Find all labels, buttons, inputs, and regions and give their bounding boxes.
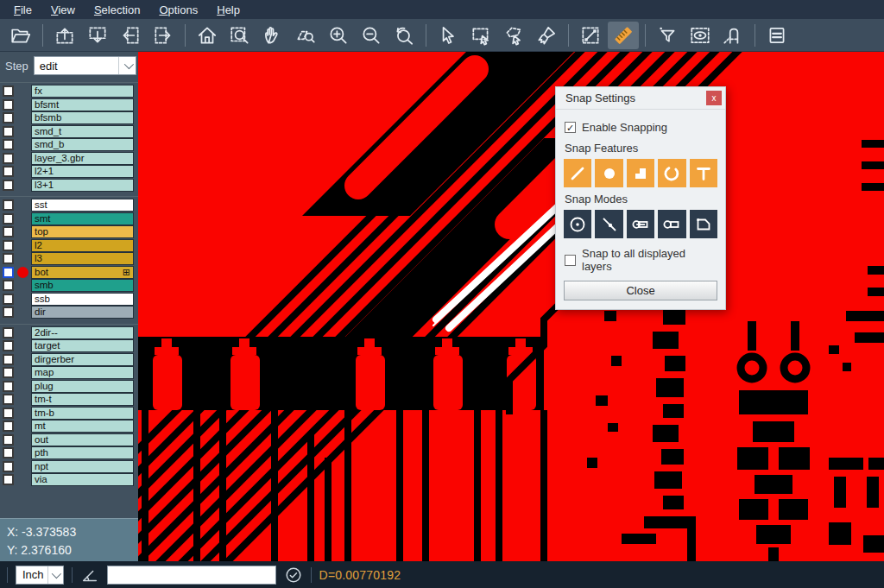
layer-row[interactable]: layer_3.gbr [0,152,138,166]
enable-snapping-checkbox[interactable]: ✓ [565,122,576,133]
snap-feature-line-icon[interactable] [564,159,591,187]
layer-visibility-checkbox[interactable] [3,240,14,251]
layer-visibility-checkbox[interactable] [3,307,14,318]
layer-name-field[interactable]: map [31,366,134,379]
layer-row[interactable]: bfsmb [0,111,138,125]
layer-name-field[interactable]: l3 [31,252,134,265]
layer-name-field[interactable]: tm-t [31,393,134,406]
layer-row[interactable]: smt [0,212,138,226]
layer-row[interactable]: plug [0,380,138,394]
highlight-brush-icon[interactable] [531,22,562,49]
layer-name-field[interactable]: smd_t [31,125,134,138]
layer-row[interactable]: out [0,433,138,447]
layer-visibility-checkbox[interactable] [3,153,14,164]
measure-point-to-point-icon[interactable] [575,22,606,49]
layer-visibility-checkbox[interactable] [3,340,14,351]
layer-name-field[interactable]: l2+1 [31,165,134,178]
layer-row[interactable]: sst [0,199,138,212]
layer-name-field[interactable]: l3+1 [31,179,134,192]
layer-name-field[interactable]: bfsmb [31,111,134,124]
layer-name-field[interactable]: ssb [31,293,134,306]
layer-visibility-checkbox[interactable] [3,166,14,177]
select-pointer-icon[interactable] [433,22,464,49]
select-polygon-icon[interactable] [498,22,529,49]
view-area-icon[interactable] [685,22,716,49]
snap-feature-surface-icon[interactable] [627,159,654,187]
layer-row[interactable]: smd_t [0,125,138,139]
layer-row[interactable]: fx [0,85,138,98]
snap-mode-center-icon[interactable] [564,210,591,238]
layer-name-field[interactable]: top [31,225,134,238]
layer-visibility-checkbox[interactable] [3,381,14,392]
pcb-canvas[interactable] [138,52,884,561]
layer-row[interactable]: bfsmt [0,98,138,112]
layer-row[interactable]: smb [0,279,138,293]
layer-name-field[interactable]: l2 [31,239,134,252]
filter-icon[interactable] [652,22,683,49]
layer-row[interactable]: top [0,225,138,239]
layer-visibility-checkbox[interactable] [3,367,14,378]
layer-row[interactable]: ssb [0,293,138,307]
confirm-circle-icon[interactable] [284,566,303,585]
snap-all-layers-checkbox[interactable] [565,255,576,266]
snap-feature-text-icon[interactable] [690,159,717,187]
zoom-home-icon[interactable] [192,22,223,49]
close-icon[interactable]: x [706,91,722,105]
layer-list-panel-icon[interactable] [761,22,792,49]
dialog-title-bar[interactable]: Snap Settings x [556,87,725,110]
shift-screen-up-icon[interactable] [49,22,80,49]
layer-visibility-checkbox[interactable] [3,213,14,224]
measure-ruler-icon[interactable] [608,22,639,49]
layer-visibility-checkbox[interactable] [3,112,14,123]
select-rectangle-icon[interactable] [465,22,496,49]
layer-row[interactable]: tm-t [0,393,138,407]
command-input[interactable] [107,566,276,585]
layer-row[interactable]: dirgerber [0,353,138,367]
layer-row[interactable]: bot ⊞ [0,266,138,280]
snap-route-icon[interactable] [717,22,748,49]
layer-visibility-checkbox[interactable] [3,280,14,291]
layer-visibility-checkbox[interactable] [3,180,14,191]
snap-mode-pad-contour-icon[interactable] [658,210,685,238]
layer-row[interactable]: l3+1 [0,179,138,193]
layer-name-field[interactable]: plug [31,380,134,393]
layer-visibility-checkbox[interactable] [3,139,14,150]
layer-visibility-checkbox[interactable] [3,461,14,472]
layer-row[interactable]: target [0,339,138,353]
layer-name-field[interactable]: mt [31,420,134,433]
layer-visibility-checkbox[interactable] [3,199,14,211]
layer-name-field[interactable]: bot ⊞ [31,266,134,279]
layer-visibility-checkbox[interactable] [3,354,14,365]
snap-feature-pad-icon[interactable] [595,159,622,187]
layer-row[interactable]: smd_b [0,138,138,152]
zoom-out-icon[interactable] [356,22,387,49]
layer-row[interactable]: dir [0,306,138,319]
angle-measure-icon[interactable] [80,566,99,585]
layer-name-field[interactable]: smt [31,212,134,225]
snap-mode-line-endpoint-icon[interactable] [595,210,622,238]
shift-screen-down-icon[interactable] [82,22,113,49]
snap-mode-surface-contour-icon[interactable] [690,210,717,238]
zoom-polygon-icon[interactable] [290,22,321,49]
layer-visibility-checkbox[interactable] [3,447,14,458]
menu-selection[interactable]: Selection [85,2,148,18]
layer-row[interactable]: mt [0,420,138,433]
layer-name-field[interactable]: dir [31,306,134,319]
open-file-icon[interactable] [5,22,36,49]
layer-row[interactable]: map [0,366,138,380]
layer-visibility-checkbox[interactable] [3,474,14,485]
layer-name-field[interactable]: smd_b [31,138,134,151]
layer-visibility-checkbox[interactable] [3,294,14,305]
layer-row[interactable]: l3 [0,252,138,266]
layer-name-field[interactable]: smb [31,279,134,292]
layer-visibility-checkbox[interactable] [3,126,14,137]
unit-dropdown[interactable]: Inch [16,566,64,585]
layer-name-field[interactable]: out [31,433,134,446]
layer-visibility-checkbox[interactable] [3,420,14,432]
enable-snapping-row[interactable]: ✓ Enable Snapping [565,121,717,134]
layer-name-field[interactable]: via [31,473,134,486]
pan-hand-icon[interactable] [257,22,288,49]
layer-name-field[interactable]: sst [31,199,134,212]
layer-row[interactable]: pth [0,446,138,460]
menu-view[interactable]: View [42,2,84,18]
